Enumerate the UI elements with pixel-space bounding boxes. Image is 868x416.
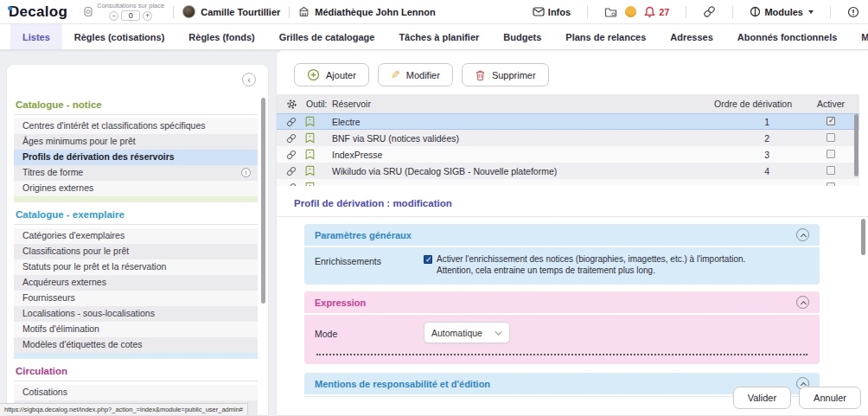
folder-icon[interactable] xyxy=(604,6,617,17)
cancel-button[interactable]: Annuler xyxy=(799,387,861,409)
chevron-down-icon xyxy=(495,328,501,335)
header-divider xyxy=(686,6,686,18)
link-icon[interactable] xyxy=(286,132,297,144)
bookmark-icon[interactable] xyxy=(305,149,315,160)
divider xyxy=(14,381,258,381)
delete-button-label: Supprimer xyxy=(492,70,536,80)
header-divider xyxy=(732,6,733,18)
help-info-icon[interactable] xyxy=(847,6,859,18)
consultations-minus-button[interactable]: − xyxy=(109,11,118,21)
activate-checkbox[interactable] xyxy=(827,133,835,142)
bell-icon xyxy=(644,6,655,18)
sidebar-item-statuts-pret[interactable]: Statuts pour le prêt et la réservation xyxy=(14,259,258,275)
sidebar-item-acquereurs-externes[interactable]: Acquéreurs externes xyxy=(14,275,258,291)
consultations-label: Consultations sur place xyxy=(97,3,164,10)
header-divider xyxy=(830,6,831,18)
delete-button[interactable]: Supprimer xyxy=(462,63,549,86)
sidebar-item-label: Titres de forme xyxy=(22,168,83,177)
notifications-button[interactable]: 27 xyxy=(644,6,669,18)
add-button[interactable]: Ajouter xyxy=(294,63,369,86)
column-header-reservoir: Réservoir xyxy=(329,99,673,109)
assistance-icon[interactable] xyxy=(625,6,636,17)
tab-plans-relances[interactable]: Plans de relances xyxy=(553,24,658,49)
chevron-down-icon xyxy=(808,10,814,14)
activate-checkbox[interactable] xyxy=(827,166,835,175)
table-scrollbar[interactable] xyxy=(854,114,858,176)
sidebar-item-localisations[interactable]: Localisations - sous-localisations xyxy=(14,306,258,322)
section-title-catalogue-exemplaire: Catalogue - exemplaire xyxy=(14,204,258,224)
tab-regles-cotisations[interactable]: Règles (cotisations) xyxy=(62,24,177,49)
page-body: ‹ Catalogue - notice Centres d'intérêt e… xyxy=(0,50,868,415)
consultations-value[interactable]: 0 xyxy=(121,10,140,21)
infos-button[interactable]: Infos xyxy=(533,7,571,17)
envelope-icon xyxy=(533,7,545,16)
header-divider xyxy=(173,6,174,18)
collapse-chevron-icon[interactable] xyxy=(796,228,809,241)
bookmark-icon[interactable] xyxy=(305,116,315,127)
table-row[interactable]: BNF via SRU (notices validées) 2 xyxy=(277,130,859,146)
reservoir-name: Electre xyxy=(329,117,673,127)
activate-checkbox[interactable] xyxy=(827,117,835,125)
watch-icon xyxy=(83,5,93,18)
panel-parametres-generaux: Paramètres généraux Enrichissements Acti… xyxy=(304,224,820,285)
sidebar-item-motifs-elimination[interactable]: Motifs d'élimination xyxy=(14,322,258,337)
tab-grilles-catalogage[interactable]: Grilles de catalogage xyxy=(267,24,387,49)
table-row-partial[interactable] xyxy=(277,179,859,186)
infos-label: Infos xyxy=(548,7,571,17)
bookmark-icon[interactable] xyxy=(305,132,315,144)
notifications-count: 27 xyxy=(659,7,669,17)
tab-taches-planifier[interactable]: Tâches à planifier xyxy=(386,24,491,49)
sidebar-item-fournisseurs[interactable]: Fournisseurs xyxy=(14,291,258,306)
column-header-activate: Activer xyxy=(802,99,859,109)
sidebar-item-classifications-pret[interactable]: Classifications pour le prêt xyxy=(14,244,258,259)
mode-select[interactable]: Automatique xyxy=(424,322,510,343)
sidebar-item-titres-de-forme[interactable]: Titres de formei xyxy=(14,165,258,181)
bookmark-icon[interactable] xyxy=(305,165,315,176)
table-header: Outil: Réservoir Ordre de dérivation Act… xyxy=(277,94,859,113)
activate-checkbox[interactable] xyxy=(827,182,835,187)
link-chain-icon[interactable] xyxy=(703,5,716,18)
sidebar-collapse-icon[interactable]: ‹ xyxy=(242,73,256,86)
link-icon[interactable] xyxy=(286,165,297,177)
tab-adresses[interactable]: Adresses xyxy=(658,24,725,49)
sidebar-item-cotisations[interactable]: Cotisations xyxy=(14,385,258,400)
modules-menu-button[interactable]: Modules xyxy=(750,6,814,17)
derivation-order: 3 xyxy=(673,150,802,160)
collapse-chevron-icon[interactable] xyxy=(796,296,809,309)
section-title-circulation: Circulation xyxy=(14,361,258,381)
edit-button-label: Modifier xyxy=(406,70,440,80)
user-menu[interactable]: Camille Tourtillier xyxy=(182,5,280,18)
tab-budgets[interactable]: Budgets xyxy=(491,24,553,49)
divider xyxy=(14,114,258,115)
gear-icon[interactable] xyxy=(286,99,297,110)
sidebar-item-categories-exemplaires[interactable]: Catégories d'exemplaires xyxy=(14,228,258,244)
validate-button[interactable]: Valider xyxy=(733,387,791,409)
library-name: Médiathèque John Lennon xyxy=(315,7,435,17)
sidebar-item-origines-externes[interactable]: Origines externes xyxy=(14,181,258,196)
table-row[interactable]: IndexPresse 3 xyxy=(277,146,859,163)
tab-regles-fonds[interactable]: Règles (fonds) xyxy=(176,24,266,49)
consultations-counter: Consultations sur place − 0 + xyxy=(97,3,164,21)
add-button-label: Ajouter xyxy=(326,70,356,80)
table-row[interactable]: Wikiludo via SRU (Decalog SIGB - Nouvell… xyxy=(277,163,859,179)
sidebar-item-centres-interet[interactable]: Centres d'intérêt et classifications spé… xyxy=(14,118,258,134)
sidebar-item-modeles-etiquettes[interactable]: Modèles d'étiquettes de cotes xyxy=(14,337,258,353)
field-label-mode: Mode xyxy=(315,327,424,339)
link-icon[interactable] xyxy=(286,149,297,161)
tab-listes[interactable]: Listes xyxy=(10,24,62,49)
edit-button[interactable]: ✎ Modifier xyxy=(378,63,453,86)
tab-abonnes-fonctionnels[interactable]: Abonnés fonctionnels xyxy=(725,24,850,49)
sidebar-scrollbar[interactable] xyxy=(261,98,265,304)
sidebar-item-profils-derivation[interactable]: Profils de dérivation des réservoirs xyxy=(14,150,258,165)
info-icon[interactable]: i xyxy=(241,168,251,177)
sidebar-item-ages-minimums[interactable]: Âges minimums pour le prêt xyxy=(14,134,258,150)
tab-modeles-documents[interactable]: Modèles de documents xyxy=(849,24,868,49)
enrichissements-checkbox[interactable] xyxy=(424,255,432,264)
main-content: Ajouter ✎ Modifier Supprimer Outil: Rése… xyxy=(277,50,868,415)
form-scrollbar[interactable] xyxy=(861,219,865,255)
link-icon[interactable] xyxy=(286,116,297,128)
library-selector[interactable]: Médiathèque John Lennon xyxy=(298,6,435,17)
activate-checkbox[interactable] xyxy=(827,150,835,158)
consultations-plus-button[interactable]: + xyxy=(143,11,152,21)
table-row[interactable]: Electre 1 xyxy=(277,113,859,130)
